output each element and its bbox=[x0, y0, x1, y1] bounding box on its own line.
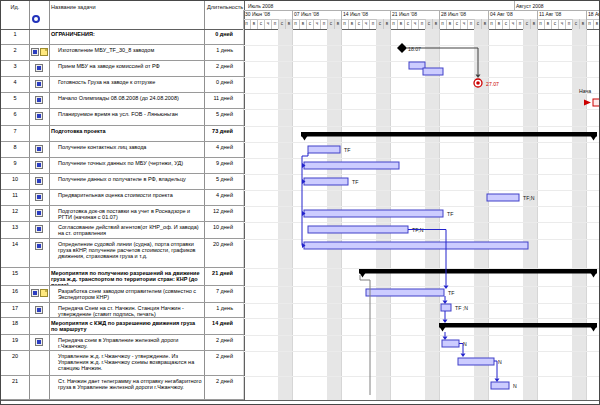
cell-task-name[interactable]: Готовность Груза на заводе к отгрузке bbox=[49, 77, 204, 92]
cell-task-id[interactable]: 11 bbox=[1, 190, 29, 205]
gantt-bar-task[interactable] bbox=[442, 340, 459, 347]
cell-indicators[interactable] bbox=[29, 45, 49, 60]
cell-task-name[interactable]: Подготовка проекта bbox=[49, 126, 204, 141]
cell-task-id[interactable]: 21 bbox=[1, 376, 29, 399]
cell-task-name[interactable]: Получение данных о получателе в РФ, влад… bbox=[49, 174, 204, 189]
cell-task-id[interactable]: 15 bbox=[1, 268, 29, 285]
constraint-icon[interactable] bbox=[35, 161, 43, 169]
cell-task-name[interactable]: ОГРАНИЧЕНИЯ: bbox=[49, 29, 204, 44]
cell-indicators[interactable] bbox=[29, 303, 49, 317]
table-row[interactable]: 12Подготовка док-ов поставки на учет в Р… bbox=[1, 206, 244, 222]
cell-indicators[interactable] bbox=[29, 190, 49, 205]
cell-indicators[interactable] bbox=[29, 222, 49, 238]
constraint-icon[interactable] bbox=[31, 289, 39, 297]
constraint-icon[interactable] bbox=[35, 145, 43, 153]
cell-task-name[interactable]: Определение судовой линии (судна), порта… bbox=[49, 239, 204, 267]
cell-indicators[interactable] bbox=[29, 174, 49, 189]
cell-task-name[interactable]: Получение контактных лиц завода bbox=[49, 142, 204, 157]
cell-indicators[interactable] bbox=[29, 158, 49, 173]
note-icon[interactable] bbox=[40, 289, 48, 297]
cell-task-id[interactable]: 17 bbox=[1, 303, 29, 317]
table-row[interactable]: 15Мероприятия по получению разрешений на… bbox=[1, 268, 244, 286]
cell-duration[interactable]: 5 дней bbox=[204, 109, 244, 125]
table-row[interactable]: 14Определение судовой линии (судна), пор… bbox=[1, 239, 244, 268]
cell-duration[interactable]: 20 дней bbox=[204, 239, 244, 267]
constraint-icon[interactable] bbox=[35, 96, 43, 104]
cell-indicators[interactable] bbox=[29, 61, 49, 76]
cell-duration[interactable]: 0 дней bbox=[204, 29, 244, 44]
gantt-bar-summary[interactable] bbox=[301, 132, 597, 137]
cell-indicators[interactable] bbox=[29, 29, 49, 44]
cell-task-name[interactable]: Планируемое время на усл. FOB - Ляньюньг… bbox=[49, 109, 204, 125]
gantt-bar-task[interactable] bbox=[441, 304, 451, 311]
cell-task-id[interactable]: 9 bbox=[1, 158, 29, 173]
cell-duration[interactable]: 11 дней bbox=[204, 93, 244, 108]
cell-duration[interactable]: 2 дней bbox=[204, 335, 244, 350]
cell-duration[interactable]: 9 дней bbox=[204, 158, 244, 173]
table-row[interactable]: 2Изготовление МБУ_TF_30_8 заводом1 день bbox=[1, 45, 244, 61]
cell-duration[interactable]: 4 дней bbox=[204, 190, 244, 205]
table-row[interactable]: 9Получение точных данных по МБУ (чертежи… bbox=[1, 158, 244, 174]
cell-indicators[interactable] bbox=[29, 109, 49, 125]
cell-indicators[interactable] bbox=[29, 286, 49, 302]
cell-duration[interactable]: 21 дней bbox=[204, 268, 244, 285]
cell-task-name[interactable]: Прием МБУ на заводе комиссией от РФ bbox=[49, 61, 204, 76]
constraint-icon[interactable] bbox=[35, 338, 43, 346]
cell-task-id[interactable]: 14 bbox=[1, 239, 29, 267]
constraint-icon[interactable] bbox=[35, 225, 43, 233]
cell-task-id[interactable]: 4 bbox=[1, 77, 29, 92]
cell-task-name[interactable]: Получение точных данных по МБУ (чертежи,… bbox=[49, 158, 204, 173]
cell-task-name[interactable]: Мероприятия по получению разрешений на д… bbox=[49, 268, 204, 285]
cell-indicators[interactable] bbox=[29, 206, 49, 221]
table-row[interactable]: 21Ст. Начжин дает телеграмму на отправку… bbox=[1, 376, 244, 400]
cell-duration[interactable]: 2 дней bbox=[204, 351, 244, 375]
note-icon[interactable] bbox=[40, 48, 48, 56]
table-row[interactable]: 1ОГРАНИЧЕНИЯ:0 дней bbox=[1, 29, 244, 45]
cell-task-name[interactable]: Управление ж.д. г.Чжанчжоу - утверждение… bbox=[49, 351, 204, 375]
gantt-bar-task[interactable] bbox=[487, 194, 519, 201]
gantt-bar-task[interactable] bbox=[304, 210, 443, 217]
cell-task-name[interactable]: Разработка схем заводом отправителем (со… bbox=[49, 286, 204, 302]
table-row[interactable]: 7Подготовка проекта73 дней bbox=[1, 126, 244, 142]
constraint-icon[interactable] bbox=[31, 48, 39, 56]
cell-duration[interactable]: 2 дней bbox=[204, 376, 244, 399]
cell-task-name[interactable]: Подготовка док-ов поставки на учет в Рос… bbox=[49, 206, 204, 221]
cell-duration[interactable]: 4 дней bbox=[204, 142, 244, 157]
table-row[interactable]: 10Получение данных о получателе в РФ, вл… bbox=[1, 174, 244, 190]
cell-task-id[interactable]: 10 bbox=[1, 174, 29, 189]
cell-duration[interactable]: 73 дней bbox=[204, 126, 244, 141]
cell-duration[interactable]: 10 дней bbox=[204, 222, 244, 238]
constraint-icon[interactable] bbox=[35, 177, 43, 185]
cell-indicators[interactable] bbox=[29, 268, 49, 285]
constraint-icon[interactable] bbox=[35, 112, 43, 120]
gantt-bar-task[interactable] bbox=[491, 382, 509, 389]
cell-task-id[interactable]: 6 bbox=[1, 109, 29, 125]
cell-duration[interactable]: 5 дней bbox=[204, 174, 244, 189]
cell-task-id[interactable]: 5 bbox=[1, 93, 29, 108]
cell-duration[interactable]: 0 дней bbox=[204, 77, 244, 92]
cell-task-id[interactable]: 19 bbox=[1, 335, 29, 350]
cell-duration[interactable]: 14 дней bbox=[204, 318, 244, 334]
cell-task-id[interactable]: 7 bbox=[1, 126, 29, 141]
cell-indicators[interactable] bbox=[29, 126, 49, 141]
cell-indicators[interactable] bbox=[29, 318, 49, 334]
table-row[interactable]: 13Согласование действий агентов(от КНР_о… bbox=[1, 222, 244, 239]
gantt-bar-task[interactable] bbox=[409, 62, 425, 69]
table-row[interactable]: 11Предварительная оценка стоимости проек… bbox=[1, 190, 244, 206]
column-header-task-name[interactable]: Название задачи bbox=[51, 4, 96, 11]
cell-indicators[interactable] bbox=[29, 142, 49, 157]
cell-task-id[interactable]: 8 bbox=[1, 142, 29, 157]
column-header-duration[interactable]: Длительность bbox=[207, 4, 243, 11]
cell-task-id[interactable]: 12 bbox=[1, 206, 29, 221]
cell-indicators[interactable] bbox=[29, 376, 49, 399]
constraint-icon[interactable] bbox=[35, 64, 43, 72]
cell-duration[interactable]: 7 дней bbox=[204, 286, 244, 302]
table-row[interactable]: 18Мероприятия с КЖД по разрешению движен… bbox=[1, 318, 244, 335]
cell-task-id[interactable]: 3 bbox=[1, 61, 29, 76]
cell-task-name[interactable]: Согласование действий агентов(от КНР_оф.… bbox=[49, 222, 204, 238]
gantt-bar-red[interactable] bbox=[593, 99, 600, 106]
cell-indicators[interactable] bbox=[29, 93, 49, 108]
cell-task-name[interactable]: Передача Схем на ст. Начжин. Станция Нач… bbox=[49, 303, 204, 317]
table-row[interactable]: 4Готовность Груза на заводе к отгрузке0 … bbox=[1, 77, 244, 93]
constraint-icon[interactable] bbox=[35, 209, 43, 217]
